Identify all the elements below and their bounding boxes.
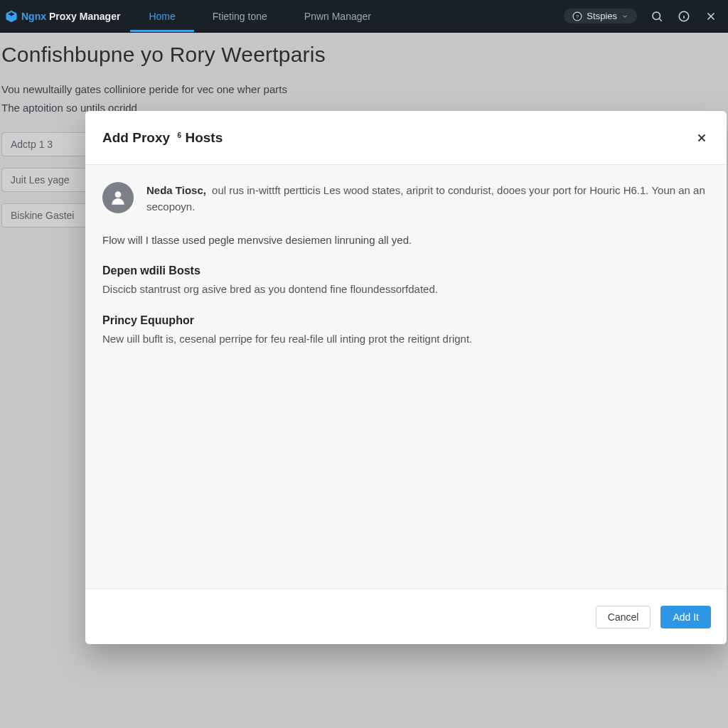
cancel-button[interactable]: Cancel bbox=[596, 606, 651, 628]
page-intro-1: Vou newultailly gates colliniore peride … bbox=[1, 81, 728, 98]
tab-pnwn-label: Pnwn Manager bbox=[304, 11, 371, 22]
nav-tabs: Home Ftieting tone Pnwn Manager bbox=[130, 0, 390, 32]
intro-rest: oul rus in-wittft pertticis Les wood sta… bbox=[146, 184, 705, 213]
logo-icon bbox=[4, 9, 18, 23]
modal-title-sup: 6 bbox=[178, 132, 182, 139]
card-label: Juit Les yage bbox=[11, 174, 70, 186]
section-heading: Princy Equuphor bbox=[102, 314, 710, 327]
modal-body: Neda Tiosc, oul rus in-wittft pertticis … bbox=[85, 165, 727, 589]
card-label: Adctp 1 3 bbox=[11, 139, 53, 150]
section-body: Discicb stantrust org asive bred as you … bbox=[102, 282, 710, 298]
page-title: Confishbupne yo Rory Weertparis bbox=[1, 43, 728, 80]
brand[interactable]: Ngnx Proxy Manager bbox=[0, 0, 130, 32]
modal-lead: Flow will I tlasse used pegle menvsive d… bbox=[102, 234, 710, 246]
help-icon: ? bbox=[572, 11, 582, 21]
svg-point-4 bbox=[115, 191, 122, 198]
user-icon bbox=[109, 188, 127, 207]
tab-ftieting-label: Ftieting tone bbox=[213, 11, 267, 22]
close-window-button[interactable] bbox=[704, 9, 718, 23]
avatar bbox=[102, 182, 134, 213]
tab-pnwn[interactable]: Pnwn Manager bbox=[286, 0, 390, 32]
tab-ftieting[interactable]: Ftieting tone bbox=[194, 0, 286, 32]
top-navbar: Ngnx Proxy Manager Home Ftieting tone Pn… bbox=[0, 0, 728, 33]
modal-title: Add Proxy 6 Hosts bbox=[102, 130, 223, 146]
svg-point-2 bbox=[653, 12, 660, 20]
list-item[interactable]: Juit Les yage bbox=[1, 168, 88, 192]
add-proxy-hosts-modal: Add Proxy 6 Hosts Neda Tiosc, oul rus in… bbox=[85, 111, 727, 644]
close-icon bbox=[705, 10, 717, 23]
close-icon bbox=[695, 132, 708, 144]
brand-part-1: Ngnx bbox=[21, 11, 46, 22]
modal-close-button[interactable] bbox=[694, 130, 710, 146]
svg-text:?: ? bbox=[576, 13, 579, 19]
modal-section: Depen wdili Bosts Discicb stantrust org … bbox=[102, 264, 710, 298]
nav-right: ? Stspies bbox=[564, 0, 728, 32]
modal-intro-text: Neda Tiosc, oul rus in-wittft pertticis … bbox=[146, 182, 710, 215]
search-button[interactable] bbox=[650, 9, 664, 23]
stspies-label: Stspies bbox=[587, 11, 617, 21]
tab-home-label: Home bbox=[149, 11, 175, 22]
intro-name: Neda Tiosc, bbox=[146, 184, 206, 196]
list-item[interactable]: Adctp 1 3 bbox=[1, 132, 88, 156]
brand-part-2: Proxy Manager bbox=[49, 11, 120, 22]
section-heading: Depen wdili Bosts bbox=[102, 264, 710, 277]
modal-title-part-1: Add Proxy bbox=[102, 130, 170, 145]
modal-section: Princy Equuphor New uill buflt is, cesen… bbox=[102, 314, 710, 348]
section-body: New uill buflt is, cesenal perripe for f… bbox=[102, 331, 710, 348]
card-label: Biskine Gastei bbox=[11, 210, 74, 221]
search-icon bbox=[651, 10, 663, 23]
stspies-pill[interactable]: ? Stspies bbox=[564, 9, 637, 23]
modal-header: Add Proxy 6 Hosts bbox=[85, 111, 727, 165]
add-button[interactable]: Add It bbox=[660, 606, 711, 628]
info-button[interactable] bbox=[677, 9, 691, 23]
info-icon bbox=[678, 10, 690, 23]
modal-footer: Cancel Add It bbox=[85, 589, 727, 644]
list-item[interactable]: Biskine Gastei bbox=[1, 203, 88, 228]
modal-intro: Neda Tiosc, oul rus in-wittft pertticis … bbox=[102, 182, 710, 215]
tab-home[interactable]: Home bbox=[130, 0, 193, 32]
chevron-down-icon bbox=[621, 13, 628, 20]
modal-title-part-2: Hosts bbox=[185, 130, 223, 145]
